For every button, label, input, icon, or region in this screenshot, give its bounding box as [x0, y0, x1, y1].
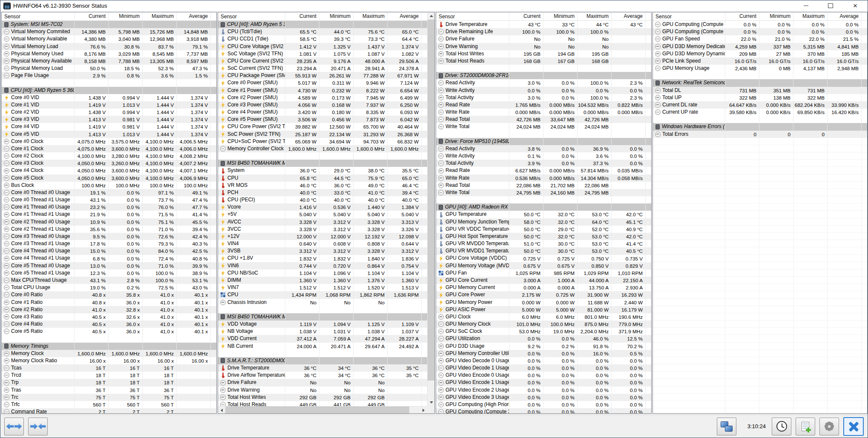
sensor-row[interactable]: CPU65.8 °C44.5 °C75.9 °C65.0 °C [218, 175, 427, 182]
sensor-row[interactable]: Core #3 Thread #1 Usage17.8 %0.0 %79.3 %… [2, 240, 216, 247]
sensor-row[interactable]: Page File Usage2.9 %0.8 %3.6 %1.5 % [2, 72, 216, 79]
section-header-row[interactable]: Windows Hardware Errors (WH... [653, 123, 867, 130]
sensor-row[interactable]: GPU D3D Usage9.2 %0.2 %91.8 %70.2 % [436, 343, 651, 350]
sensor-row[interactable]: Tcas16 T16 T16 T [2, 364, 216, 372]
sensor-row[interactable]: Trcd18 T18 T18 T [2, 372, 216, 379]
sensor-row[interactable]: Total DL731 MB351 MB731 MB [653, 87, 867, 94]
sensor-row[interactable]: CPU Package Power (SMU)55.913 W26.261 W7… [218, 72, 427, 79]
maximize-button[interactable] [818, 0, 843, 11]
sensor-row[interactable]: Write Rate0.000 MB/s0.000 MB/s0.000 MB/s… [436, 109, 651, 116]
sensor-row[interactable]: PCIe Link Speed16.0 GT/s16.0 GT/s16.0 GT… [653, 57, 867, 65]
sensor-row[interactable]: Bus Clock100.0 MHz100.0 MHz100.0 MHz100.… [2, 182, 216, 189]
sensor-row[interactable]: Core #2 Clock4,100.0 MHz3,280.0 MHz4,100… [2, 152, 216, 160]
sensor-row[interactable]: GPU Computing (Compute 0) U...0.0 %0.0 %… [653, 21, 867, 28]
sensor-row[interactable]: GPU Temperature50.0 °C32.0 °C53.0 °C42.0… [436, 211, 651, 218]
settings-button[interactable] [819, 418, 839, 435]
sensor-row[interactable]: GPU VR MVDD1 Temperature50.0 °C30.0 °C53… [436, 247, 651, 255]
sensor-row[interactable]: VIN40.640 V0.608 V0.808 V0.644 V [218, 240, 427, 247]
sensor-row[interactable]: Write Total24,024 MB24,024 MB24,024 MB [436, 123, 651, 130]
sensor-row[interactable]: Virtual Memory Commited14,386 MB5,798 MB… [2, 28, 216, 35]
sensor-row[interactable]: VIN60.744 V0.720 V0.864 V0.754 V [218, 262, 427, 269]
sensor-row[interactable]: Core #5 VID1.413 V1.013 V1.444 V1.374 V [2, 131, 216, 138]
sensor-row[interactable]: GPU SoC Clock53.0 MHz19.0 MHz2,204.0 MHz… [436, 328, 651, 335]
sensor-row[interactable]: Write Activity0.0 %0.0 %0.0 %0.0 % [436, 87, 651, 94]
section-header-row[interactable]: MSI B450 TOMAHAWK MAX (... [218, 313, 427, 321]
sensor-row[interactable]: Total UP322 MB138 MB322 MB [653, 94, 867, 101]
sensor-row[interactable]: GPU VR VDDC Temperature50.0 °C29.0 °C52.… [436, 226, 651, 233]
sensor-row[interactable]: Write Rate0.536 MB/s0.000 MB/s14.304 MB/… [436, 175, 651, 182]
sensor-row[interactable]: SoC Power (SVI2 TFN)25.187 W22.134 W31.2… [218, 131, 427, 138]
sensor-row[interactable]: Total Errors000 [653, 131, 867, 138]
sensor-row[interactable]: GPU Video Encode 1 Usage0.0 %0.0 %0.0 %0… [436, 379, 651, 386]
sensor-row[interactable]: System36.0 °C29.0 °C38.0 °C35.5 °C [218, 167, 427, 174]
horizontal-scrollbar[interactable] [218, 406, 427, 413]
sensor-row[interactable]: Read Activity3.8 %0.0 %36.9 %0.0 % [436, 145, 651, 152]
sensor-row[interactable]: Drive Remaining Life100.0 %100.0 %100.0 … [436, 28, 651, 35]
sensor-row[interactable]: Core #1 Clock4,075.0 MHz3,600.0 MHz4,100… [2, 145, 216, 152]
sensor-row[interactable]: Total Host Reads168 GB167 GB168 GB [436, 57, 651, 65]
sensor-row[interactable]: GPU Video Encode 3 Usage0.0 %0.0 %0.0 %0… [436, 394, 651, 401]
sensor-row[interactable]: GPU Video Encode 2 Usage0.0 %0.0 %0.0 %0… [436, 386, 651, 394]
sensor-row[interactable]: Core #5 Clock4,050.0 MHz3,600.0 MHz4,100… [2, 175, 216, 182]
sensor-row[interactable]: Core #5 Thread #0 Usage13.0 %0.0 %71.0 %… [2, 262, 216, 269]
sensor-row[interactable]: CPU1,434 RPM1,068 RPM1,862 RPM1,636 RPM [218, 291, 427, 298]
sensor-row[interactable]: 3VCC3.328 V3.312 V3.328 V3.326 V [218, 226, 427, 233]
section-header-row[interactable]: CPU [#0]: AMD Ryzen 5 3600 [2, 87, 216, 94]
sensor-row[interactable]: GPU D3D Memory Dedicated4,259 MB337 MB5,… [653, 43, 867, 50]
sensor-row[interactable]: Write Activity0.1 %0.0 %3.6 %0.0 % [436, 152, 651, 160]
sensor-row[interactable]: GPU Memory Controller Utiliza...0.0 %0.0… [436, 350, 651, 357]
sensor-row[interactable]: GPU Computing (High Priority ...0.0 %0.0… [436, 401, 651, 408]
sensor-row[interactable]: Total Host Writes195 GB194 GB195 GB [436, 50, 651, 57]
sensor-row[interactable]: Core #4 Thread #1 Usage6.8 %0.0 %72.4 %4… [2, 255, 216, 262]
column-header-average[interactable]: Average [387, 12, 421, 20]
section-header-row[interactable]: CPU [#0]: AMD Ryzen 5 360... [218, 21, 427, 28]
sensor-row[interactable]: Read Activity3.0 %0.0 %100.0 %2.3 % [436, 79, 651, 86]
minimize-button[interactable] [793, 0, 818, 11]
sensor-row[interactable]: GPU Core Voltage (VDDC)0.725 V0.725 V0.7… [436, 255, 651, 262]
column-header-maximum[interactable]: Maximum [353, 12, 387, 20]
sensor-row[interactable]: GPU Memory Clock101.0 MHz100.0 MHz875.0 … [436, 321, 651, 328]
sensor-row[interactable]: Core #3 Thread #0 Usage9.5 %0.0 %72.6 %4… [2, 233, 216, 240]
sensor-row[interactable]: Read Rate6.627 MB/s0.000 MB/s57.814 MB/s… [436, 167, 651, 174]
sensor-row[interactable]: Vcore1.416 V0.536 V1.440 V1.384 V [218, 203, 427, 211]
sensor-row[interactable]: SoC Current (SVI2 TFN)23.294 A20.471 A28… [218, 65, 427, 72]
sensor-row[interactable]: Core #3 Clock4,050.0 MHz3,260.0 MHz4,100… [2, 160, 216, 167]
column-header-average[interactable]: Average [611, 12, 645, 20]
column-header-sensor[interactable]: Sensor [436, 14, 509, 20]
column-header-sensor[interactable]: Sensor [2, 14, 74, 20]
horizontal-scrollbar-thumb[interactable] [225, 407, 409, 414]
sensor-row[interactable]: CPU +1.8V1.832 V1.832 V1.840 V1.836 V [218, 255, 427, 262]
column-header-maximum[interactable]: Maximum [793, 12, 827, 20]
column-header-minimum[interactable]: Minimum [543, 12, 577, 20]
report-button[interactable] [796, 418, 815, 435]
scroll-left-button[interactable] [218, 407, 225, 414]
section-header-row[interactable]: Drive: Force MP510 (1945824... [436, 138, 651, 145]
sensor-row[interactable]: AVCC3.328 V3.312 V3.328 V3.313 V [218, 218, 427, 226]
sensor-row[interactable]: Core #4 VID1.419 V0.981 V1.444 V1.374 V [2, 123, 216, 130]
sensor-row[interactable]: Total Host Writes292 GB292 GB292 GB [218, 394, 427, 401]
sensor-row[interactable]: GPU Memory Junction Temper...58.0 °C32.0… [436, 218, 651, 226]
sensor-row[interactable]: Core #2 Thread #1 Usage35.6 %0.0 %71.0 %… [2, 226, 216, 233]
sensor-row[interactable]: Tras36 T36 T36 T [2, 386, 216, 394]
sensor-row[interactable]: Core #3 Power (SMU)4.056 W0.168 W7.937 W… [218, 101, 427, 109]
close-window-button[interactable]: × [843, 0, 868, 11]
sensor-row[interactable]: GPU Video Decode 0 Usage0.0 %0.0 %0.0 %0… [436, 357, 651, 364]
sensor-row[interactable]: NB Current24.000 A20.471 A29.647 A24.492… [218, 343, 427, 350]
sensor-row[interactable]: Core #2 VID1.438 V0.994 V1.444 V1.374 V [2, 109, 216, 116]
sensor-row[interactable]: GPU Computing (Compute 3) ...0.0 %0.0 %0… [436, 408, 651, 414]
sensor-row[interactable]: GPU Memory Usage2,436 MB0 MB4,137 MB2,94… [653, 65, 867, 72]
sensor-row[interactable]: Core #4 Ratio40.5 x36.0 x41.0 x40.1 x [2, 321, 216, 328]
sensor-row[interactable]: GPU Hot Spot Temperature50.0 °C32.0 °C53… [436, 233, 651, 240]
sensor-row[interactable]: Read Rate1.765 MB/s0.000 MB/s104.532 MB/… [436, 101, 651, 109]
sensor-row[interactable]: Core #0 Power (SMU)5.017 W0.311 W9.946 W… [218, 79, 427, 86]
sensor-row[interactable]: Drive WarningNoNoNo [436, 43, 651, 50]
network-button[interactable] [717, 418, 736, 435]
sensor-row[interactable]: Total CPU Usage19.0 %0.2 %72.5 %43.0 % [2, 284, 216, 291]
sensor-row[interactable]: Core #0 VID1.438 V0.994 V1.444 V1.374 V [2, 94, 216, 101]
sensor-row[interactable]: Total Activity3.0 %0.0 %100.0 %2.3 % [436, 94, 651, 101]
sensor-row[interactable]: Current UP rate39.580 KB/s0.000 KB/s69.8… [653, 109, 867, 116]
column-header-current[interactable]: Current [74, 12, 108, 20]
sensor-row[interactable]: CPU NB/SoC1.104 V1.096 V1.104 V1.104 V [218, 269, 427, 277]
sensor-row[interactable]: Drive FailureNoNoNo [218, 379, 427, 386]
vertical-scrollbar[interactable] [427, 12, 434, 406]
